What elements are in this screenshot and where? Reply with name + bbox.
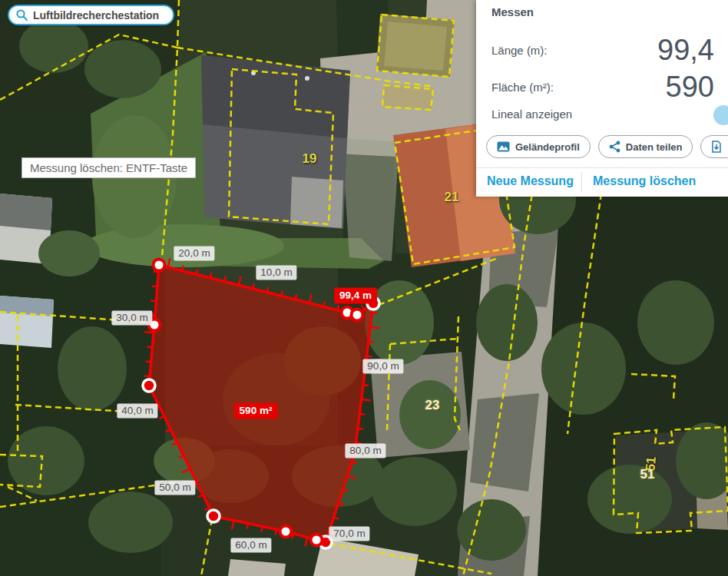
new-measurement-link[interactable]: Neue Messung	[487, 174, 574, 188]
search-box[interactable]	[8, 5, 174, 25]
search-input[interactable]	[33, 9, 162, 22]
panel-buttons: Geländeprofil Daten teilen Expor	[486, 135, 728, 158]
length-value: 99,4	[657, 35, 714, 65]
share-data-button[interactable]: Daten teilen	[598, 135, 693, 158]
area-row: Fläche (m²): 590	[491, 69, 714, 104]
ruler-tick	[146, 362, 151, 362]
ruler-tick	[210, 273, 212, 278]
measurement-vertex[interactable]	[149, 319, 160, 331]
measurement-vertex[interactable]	[367, 297, 379, 310]
terrain-profile-button[interactable]: Geländeprofil	[486, 135, 591, 158]
ruler-tick	[370, 327, 379, 328]
ruler-tick	[323, 301, 325, 306]
ruler-tick	[362, 399, 371, 400]
ruler-tick	[152, 286, 157, 287]
ruler-tick	[365, 370, 370, 371]
ruler-toggle-label: Lineal anzeigen	[491, 108, 572, 121]
ruler-tick	[369, 342, 374, 343]
length-label: Länge (m):	[491, 44, 548, 57]
delete-measurement-link[interactable]: Messung löschen	[593, 174, 696, 188]
panel-links: Neue Messung Messung löschen	[476, 168, 728, 197]
measurement-vertex[interactable]	[280, 526, 292, 538]
ruler-toggle[interactable]	[713, 105, 728, 125]
ruler-tick	[261, 527, 262, 532]
ruler-tick	[372, 313, 378, 313]
length-row: Länge (m): 99,4	[491, 32, 714, 68]
ruler-tick	[247, 524, 248, 529]
measurement-vertex[interactable]	[154, 260, 165, 271]
ruler-tick	[281, 290, 283, 296]
area-value: 590	[666, 71, 714, 102]
ruler-tick	[144, 376, 150, 376]
ruler-tick	[295, 294, 296, 300]
measurement-vertex[interactable]	[311, 535, 323, 546]
ruler-tick	[356, 443, 362, 444]
search-icon	[15, 8, 28, 22]
ruler-tick	[267, 287, 269, 293]
delete-hint-tooltip: Messung löschen: ENTF-Taste	[22, 157, 196, 178]
ruler-tick	[359, 414, 365, 415]
ruler-tick	[150, 315, 155, 316]
ruler-tick	[367, 356, 372, 356]
ruler-tick	[147, 347, 152, 348]
ruler-tick	[224, 276, 226, 282]
ruler-tick	[363, 385, 369, 386]
ruler-tick	[358, 429, 363, 429]
area-label: Fläche (m²):	[491, 81, 554, 94]
export-button[interactable]: Exportieren	[700, 135, 728, 158]
ruler-tick	[151, 301, 156, 302]
export-icon	[711, 141, 722, 153]
ruler-tick	[253, 283, 254, 289]
ruler-tick	[196, 269, 197, 274]
measurement-vertex[interactable]	[352, 310, 363, 321]
link-divider	[581, 172, 582, 192]
measurement-vertex[interactable]	[143, 379, 155, 392]
share-icon	[609, 141, 620, 153]
ruler-tick	[182, 266, 184, 271]
terrain-profile-icon	[497, 141, 510, 152]
panel-title: Messen	[491, 5, 534, 18]
measurement-vertex[interactable]	[207, 510, 220, 522]
aerial-measurement-app: 20,0 m10,0 m30,0 m40,0 m50,0 m60,0 m70,0…	[0, 0, 728, 576]
ruler-tick	[338, 305, 339, 310]
ruler-tick	[276, 530, 276, 535]
measure-panel: Messen Länge (m): 99,4 Fläche (m²): 590 …	[476, 0, 728, 197]
ruler-tick	[144, 332, 154, 333]
